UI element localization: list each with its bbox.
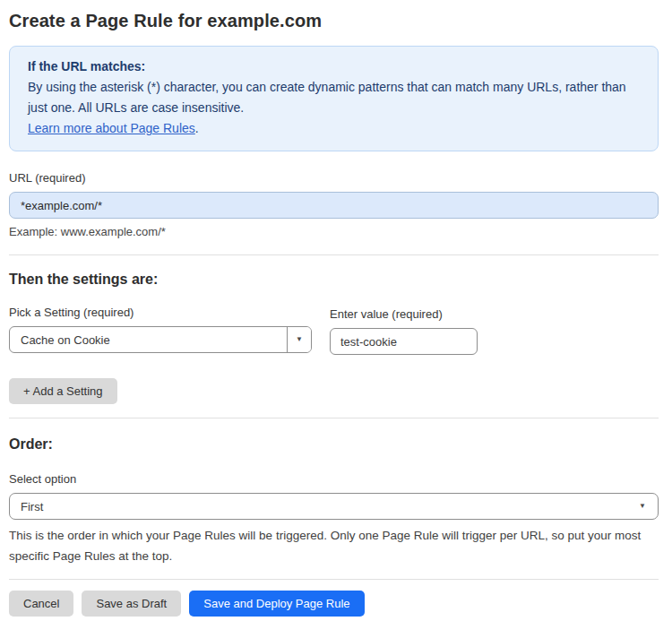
divider [9,418,659,418]
save-as-draft-button[interactable]: Save as Draft [82,591,181,617]
save-and-deploy-button[interactable]: Save and Deploy Page Rule [189,591,364,617]
setting-picker-column: Pick a Setting (required) Cache on Cooki… [9,306,312,353]
cancel-button[interactable]: Cancel [9,591,73,617]
order-select-value: First [21,500,43,513]
order-helper-text: This is the order in which your Page Rul… [9,525,659,566]
learn-more-link[interactable]: Learn more about Page Rules [28,121,195,135]
link-suffix: . [195,121,199,135]
select-option-label: Select option [9,472,659,486]
setting-dropdown[interactable]: Cache on Cookie ▼ [9,326,312,353]
info-box-body: By using the asterisk (*) character, you… [28,77,640,118]
setting-value-input[interactable] [330,328,478,355]
order-select[interactable]: First ▼ [9,493,659,520]
chevron-down-icon: ▼ [639,503,646,510]
url-label: URL (required) [9,171,659,185]
add-setting-button[interactable]: + Add a Setting [9,378,117,404]
info-box-link-line: Learn more about Page Rules. [28,118,640,139]
url-matches-info-box: If the URL matches: By using the asteris… [9,46,659,151]
create-page-rule-form: Create a Page Rule for example.com If th… [0,0,672,621]
url-example-helper: Example: www.example.com/* [9,225,659,238]
settings-row: Pick a Setting (required) Cache on Cooki… [9,306,659,355]
setting-dropdown-arrow-button[interactable]: ▼ [287,327,311,352]
setting-value-column: Enter value (required) [330,306,509,355]
setting-dropdown-value: Cache on Cookie [10,327,287,352]
divider [9,579,659,580]
url-section: URL (required) Example: www.example.com/… [9,171,659,238]
order-heading: Order: [9,436,659,453]
form-actions: Cancel Save as Draft Save and Deploy Pag… [9,591,659,617]
chevron-down-icon: ▼ [296,336,303,343]
pick-setting-label: Pick a Setting (required) [9,306,312,319]
url-input[interactable] [9,192,659,219]
settings-heading: Then the settings are: [9,272,659,288]
info-box-heading: If the URL matches: [28,56,640,77]
page-title: Create a Page Rule for example.com [9,11,659,31]
divider [9,254,659,255]
enter-value-label: Enter value (required) [330,307,509,321]
